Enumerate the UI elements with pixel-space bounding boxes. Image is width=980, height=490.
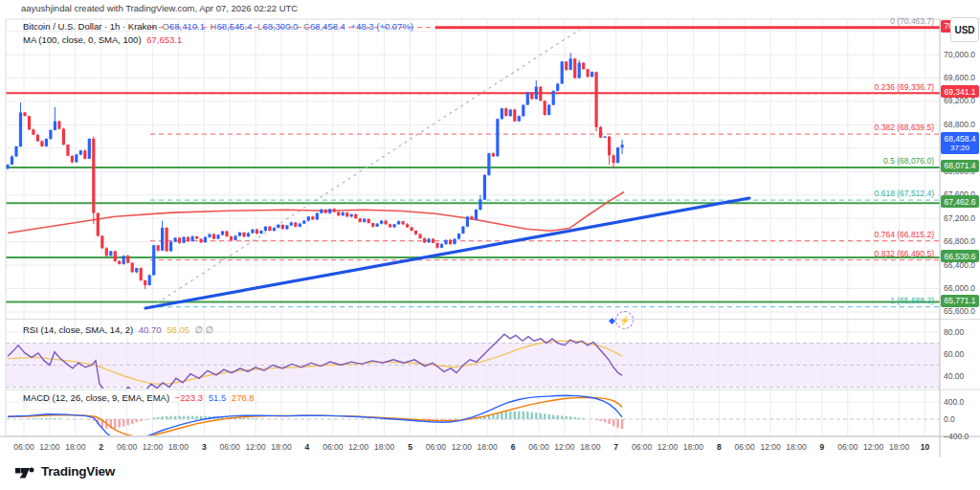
fib-level-label: 0.5 (68,076.0) [883,156,934,166]
ma-value: 67,653.1 [146,34,182,45]
close-value: 68,458.4 [310,21,345,32]
time-axis-label: 12:00 [143,442,163,452]
time-axis-label: 5 [408,442,412,452]
time-axis-label: 06:00 [632,442,652,452]
fib-level-label: 0.832 (66,490.5) [875,249,934,258]
time-axis-label: 8 [717,442,722,452]
close-label: C [303,21,310,32]
macd-axis-label: 400.0 [944,397,964,407]
low-value: 68,300.0 [262,21,298,32]
price-badge: 66,530.6 [941,250,979,262]
price-axis-label: 65,600.0 [944,306,975,316]
high-value: 68,545.4 [216,21,252,32]
currency-chip[interactable]: USD [950,17,979,42]
time-axis-label: 06:00 [117,442,137,452]
time-axis-label: 06:00 [220,442,240,452]
price-badge: 68,071.4 [941,160,979,172]
time-axis-label: 12:00 [760,442,780,452]
rsi-name: RSI (14, close, SMA, 14, 2) [23,324,133,335]
caption: aayushjindal created with TradingView.co… [21,3,298,13]
time-axis-label: 12:00 [863,442,883,452]
time-axis-label: 18:00 [271,442,291,452]
time-axis-label: 18:00 [65,442,85,452]
time-axis-label: 18:00 [580,442,600,452]
chart-window: aayushjindal created with TradingView.co… [0,0,980,490]
time-axis-label: 06:00 [323,442,343,452]
time-axis-label: 12:00 [554,442,574,452]
ma-legend[interactable]: MA (100, close, 0, SMA, 100) 67,653.1 [23,34,185,45]
fib-level-label: 0.618 (67,512.4) [875,189,934,198]
time-axis-label: 12:00 [452,442,472,452]
price-badge: 69,341.1 [941,85,979,98]
macd-hist-value: −223.3 [175,392,203,403]
time-axis-label: 3 [202,442,207,452]
rsi-axis-label: 60.00 [944,349,964,359]
lightning-icon[interactable]: ⚡ [615,311,634,329]
time-axis-label: 12:00 [245,442,265,452]
time-axis-label: 06:00 [528,442,548,452]
price-axis-label: 67,200.0 [944,213,975,223]
time-axis-label: 6 [511,442,516,452]
price-axis-label: 69,600.0 [944,73,975,82]
price-badge: 65,771.1 [941,295,979,307]
macd-signal-value: 276.8 [232,392,255,403]
countdown-timer: 37:20 [941,144,979,153]
fib-level-label: 1 (65,688.2) [890,296,934,305]
time-axis-label: 18:00 [478,442,498,452]
open-label: O [163,21,169,32]
tradingview-logo[interactable]: TradingView [15,464,115,479]
time-axis-label: 06:00 [837,442,858,452]
price-axis-label: 68,800.0 [944,120,975,129]
time-axis-label: 9 [820,442,825,452]
time-axis-label: 18:00 [786,442,806,452]
time-axis-label: 12:00 [348,442,368,452]
fib-level-label: 0.236 (69,336.7) [875,82,934,92]
fib-level-label: 0 (70,463.7) [890,16,934,26]
price-axis-label: 66,800.0 [944,236,975,246]
rsi-axis-label: 80.00 [944,327,964,337]
macd-axis-label: −400.0 [944,432,969,441]
chart-canvas[interactable] [0,0,980,490]
rsi-value: 40.70 [139,324,162,335]
time-axis-label: 10 [921,442,929,452]
time-axis-label: 18:00 [683,442,703,452]
fib-level-label: 0.764 (66,815.2) [875,230,934,239]
rsi-axis-label: 40.00 [944,371,964,381]
time-axis-label: 18:00 [168,442,189,452]
price-axis-label: 66,000.0 [944,283,975,293]
time-axis-label: 12:00 [39,442,59,452]
macd-axis-label: 0.0 [944,414,955,424]
time-axis-label: 7 [613,442,618,452]
time-axis-label: 18:00 [374,442,394,452]
time-axis-label: 06:00 [426,442,446,452]
time-axis-label: 4 [305,442,310,452]
time-axis-label: 06:00 [13,442,33,452]
rsi-extra: ∅ ∅ [195,324,213,335]
price-axis-label: 70,000.0 [944,50,975,59]
fib-level-label: 0.382 (68,639.5) [875,122,934,132]
time-axis-label: 12:00 [657,442,678,452]
time-axis-label: 06:00 [735,442,755,452]
ma-name: MA (100, close, 0, SMA, 100) [23,34,142,45]
symbol-title: Bitcoin / U.S. Dollar · 1h · Kraken [23,21,157,32]
rsi-legend[interactable]: RSI (14, close, SMA, 14, 2) 40.70 58.05 … [23,324,216,335]
macd-line-value: 51.5 [209,392,227,403]
macd-legend[interactable]: MACD (12, 26, close, 9, EMA, EMA) −223.3… [23,392,257,403]
rsi-sma-value: 58.05 [167,324,189,335]
change-value: +48.3 (+0.07%) [351,21,414,32]
price-badge: 67,462.6 [941,195,979,208]
price-badge: 68,458.437:20 [941,132,979,154]
time-axis-label: 2 [99,442,103,452]
tradingview-mark-icon [15,464,36,479]
open-value: 68,410.1 [169,21,205,32]
time-axis-label: 18:00 [889,442,909,452]
tradingview-wordmark: TradingView [41,464,115,479]
macd-name: MACD (12, 26, close, 9, EMA, EMA) [23,392,169,403]
symbol-legend[interactable]: Bitcoin / U.S. Dollar · 1h · Kraken O68,… [23,21,416,32]
